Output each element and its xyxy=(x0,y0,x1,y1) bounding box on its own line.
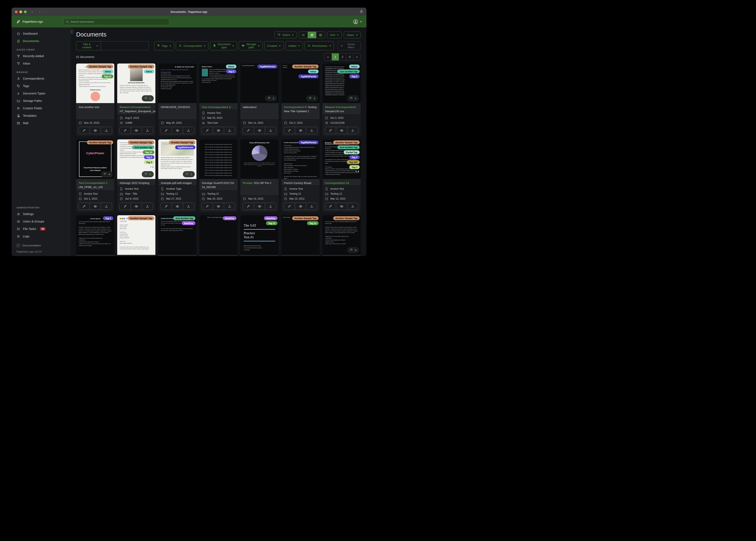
document-card[interactable]: Adobe Acrobat PDF FilesAdobe® Portable D… xyxy=(76,64,114,136)
sidebar-item-dashboard[interactable]: Dashboard xyxy=(12,30,71,37)
edit-button[interactable] xyxy=(325,127,336,134)
download-button[interactable] xyxy=(265,127,276,134)
preview-button[interactable] xyxy=(213,203,224,210)
sidebar-item-storage-paths[interactable]: Storage Paths xyxy=(12,97,71,105)
document-title[interactable] xyxy=(240,255,279,256)
edit-button[interactable] xyxy=(284,127,295,134)
download-button[interactable] xyxy=(183,203,194,210)
preview-button[interactable] xyxy=(172,203,183,210)
tag-pill[interactable]: TagWithPartial xyxy=(257,65,278,68)
document-card[interactable]: Review of … of Arbitral Awards Shows Swi… xyxy=(322,139,361,212)
edit-button[interactable] xyxy=(79,203,90,210)
preview-button[interactable] xyxy=(254,127,265,134)
tag-pill[interactable]: Tag 2 xyxy=(349,74,360,78)
tag-pill[interactable]: Tag 12 xyxy=(143,150,154,154)
minimize-window-button[interactable] xyxy=(19,11,22,13)
page-button-first[interactable]: « xyxy=(324,53,332,60)
filter-button-storage-path[interactable]: Storage path▼ xyxy=(239,41,263,50)
preview-button[interactable] xyxy=(131,127,142,134)
edit-button[interactable] xyxy=(202,127,213,134)
document-title[interactable]: Correspondent 14: Review-of-New-York-Fed… xyxy=(322,179,361,185)
download-button[interactable] xyxy=(306,203,317,210)
tag-pill[interactable]: Another Sample Tag xyxy=(333,140,360,144)
download-button[interactable] xyxy=(224,203,235,210)
close-window-button[interactable] xyxy=(15,11,18,13)
filter-button-permissions[interactable]: Permissions▼ xyxy=(305,41,334,50)
tag-pill[interactable]: Another Sample Tag xyxy=(87,140,113,144)
filter-button-document-type[interactable]: Document type▼ xyxy=(210,41,237,50)
document-title[interactable] xyxy=(76,255,114,256)
edit-button[interactable] xyxy=(325,203,336,210)
tag-pill[interactable]: TagWithPartial xyxy=(298,74,319,78)
title-content-filter-button[interactable]: Title & content▼ xyxy=(76,41,101,50)
document-title[interactable]: Private: 2011 BP Pie 2 xyxy=(240,179,279,195)
edit-button[interactable] xyxy=(243,203,254,210)
download-button[interactable] xyxy=(347,203,358,210)
download-button[interactable] xyxy=(142,203,153,210)
edit-button[interactable] xyxy=(120,203,131,210)
edit-button[interactable] xyxy=(161,127,172,134)
tag-pill[interactable]: Just another tag xyxy=(173,216,195,220)
filter-button-correspondent[interactable]: Correspondent▼ xyxy=(176,41,208,50)
document-card[interactable]: Lorem ipsumLorem ipsum dolor sit amet, c… xyxy=(322,215,361,256)
sidebar-item-tags[interactable]: Tags xyxy=(12,82,71,90)
tag-pill[interactable]: Another Sample Tag xyxy=(292,65,319,68)
views-button[interactable]: Views▼ xyxy=(344,32,361,38)
filter-button-tags[interactable]: Tags▼ xyxy=(154,41,174,50)
document-card[interactable]: Serial Number,Company Name,Employe 97881… xyxy=(322,64,361,136)
tag-pill[interactable]: Tag 12 xyxy=(266,221,278,225)
document-title[interactable]: Newest Correspondent: H7_Napoleon_Bonapa… xyxy=(117,103,155,114)
tag-pill[interactable]: Another Sample Tag xyxy=(128,140,154,144)
sidebar-item-file-tasks[interactable]: File Tasks16 xyxy=(12,225,71,233)
filter-button-added[interactable]: Added▼ xyxy=(285,41,303,50)
title-content-filter-input[interactable] xyxy=(101,41,149,50)
tag-pill[interactable]: Just another tag xyxy=(337,145,360,149)
preview-button[interactable] xyxy=(295,127,306,134)
sidebar-item-documentation[interactable]: ? Documentation xyxy=(17,242,66,249)
sidebar-item-settings[interactable]: Settings xyxy=(12,210,71,218)
sidebar-item-inbox[interactable]: Inbox xyxy=(12,60,71,67)
tag-pill[interactable]: Inbox xyxy=(103,70,113,73)
sidebar-item-users-groups[interactable]: Users & Groups xyxy=(12,218,71,225)
tag-pill[interactable]: NewOne xyxy=(182,221,195,225)
document-correspondent[interactable]: Test Correspondent 1 xyxy=(79,182,107,185)
document-correspondent[interactable]: Newest Correspondent xyxy=(120,106,150,109)
document-card[interactable]: Lorem ipsumLorem ipsum dolor sit amet, c… xyxy=(76,215,114,256)
document-card[interactable]: The SATPracticeTest #1Make time to take … xyxy=(240,215,279,256)
tag-pill[interactable]: Tag 3 xyxy=(349,165,360,169)
preview-button[interactable] xyxy=(172,127,183,134)
grid-view-button[interactable] xyxy=(308,32,316,38)
download-button[interactable] xyxy=(265,203,276,210)
search-box[interactable] xyxy=(64,18,169,25)
tag-pill[interactable]: Inbox xyxy=(349,65,360,68)
document-card[interactable]: This is a multi page document. Page 1.Ne… xyxy=(199,215,237,256)
tag-pill[interactable]: Tag 2 xyxy=(103,216,113,220)
edit-button[interactable] xyxy=(120,127,131,134)
sidebar-item-logs[interactable]: Logs xyxy=(12,233,71,240)
page-button-2[interactable]: 2 xyxy=(339,53,346,60)
sidebar-item-document-types[interactable]: #Document Types xyxy=(12,90,71,97)
sidebar-collapse-button[interactable]: « xyxy=(71,29,73,34)
tag-pill[interactable]: Inbox xyxy=(308,70,319,73)
tag-pill[interactable]: Tag 2 xyxy=(144,155,154,159)
document-correspondent[interactable]: Private xyxy=(243,182,252,185)
document-title[interactable]: Test Correspondent 1: UM_PPBE_en_v29 xyxy=(76,179,114,190)
preview-button[interactable] xyxy=(213,127,224,134)
download-button[interactable] xyxy=(224,127,235,134)
tag-pill[interactable]: Another Sample Tag xyxy=(333,216,360,220)
document-title[interactable]: 0004814539_20230531 xyxy=(158,103,196,119)
tag-pill[interactable]: NewOne xyxy=(223,216,236,220)
list-view-button[interactable] xyxy=(299,32,308,38)
tag-pill[interactable]: NewOne xyxy=(264,216,278,220)
edit-button[interactable] xyxy=(243,127,254,134)
document-card[interactable]: This is a test…Another Sample TagTag 12 xyxy=(281,215,320,256)
tag-pill[interactable]: Tag 12 xyxy=(102,74,113,78)
preview-button[interactable] xyxy=(90,203,101,210)
page-button-last[interactable]: » xyxy=(353,53,360,60)
document-card[interactable]: Test Name123-456-7890 January 2, 2022 Ju… xyxy=(117,215,155,256)
tag-pill[interactable]: TagWithPartial xyxy=(298,140,319,144)
tag-pill[interactable]: Another Sample Tag xyxy=(169,140,195,144)
sidebar-item-documents[interactable]: Documents xyxy=(12,37,71,45)
app-logo[interactable]: Paperless-ngx xyxy=(16,20,43,24)
document-title[interactable]: Test Correspondent 1: [paperless] test p… xyxy=(199,103,237,109)
